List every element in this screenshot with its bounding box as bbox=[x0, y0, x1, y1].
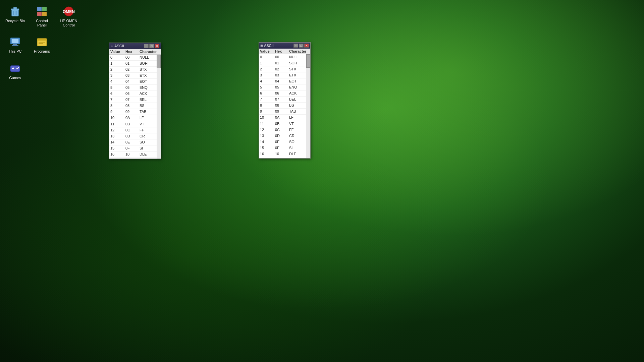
minimize-btn-1[interactable]: − bbox=[144, 44, 149, 48]
titlebar-2: ⊞ ASCII − □ ✕ bbox=[259, 43, 310, 49]
table-row[interactable]: 140ESO bbox=[259, 139, 310, 145]
svg-rect-18 bbox=[39, 42, 45, 43]
table-row[interactable]: 150FSI bbox=[109, 145, 161, 152]
table-body-2[interactable]: 000NULL101SOH202STX303ETX404EOT505ENQ606… bbox=[259, 54, 310, 158]
table-row[interactable]: 303ETX bbox=[109, 73, 161, 79]
table-row[interactable]: 808BS bbox=[109, 103, 161, 109]
svg-rect-7 bbox=[42, 7, 47, 11]
table-row[interactable]: 120CFF bbox=[109, 127, 161, 133]
table-header-1: Value Hex Character bbox=[109, 49, 161, 55]
games-icon bbox=[8, 62, 22, 75]
table-row[interactable]: 505ENQ bbox=[109, 85, 161, 91]
table-row[interactable]: 110BVT bbox=[259, 121, 310, 127]
titlebar-title-2: ASCII bbox=[264, 44, 274, 48]
hp-omen-label: HP OMEN Control bbox=[58, 19, 79, 27]
svg-rect-15 bbox=[12, 45, 18, 46]
table-row[interactable]: 101SOH bbox=[109, 61, 161, 67]
titlebar-left-1: ⊞ ASCII bbox=[111, 44, 124, 48]
table-row[interactable]: 100ALF bbox=[259, 115, 310, 121]
close-btn-1[interactable]: ✕ bbox=[155, 44, 159, 48]
window-content-2: Value Hex Character 000NULL101SOH202STX3… bbox=[259, 49, 310, 158]
col-scroll-2 bbox=[309, 49, 310, 53]
recycle-bin-label: Recycle Bin bbox=[5, 19, 25, 23]
scrollbar-thumb[interactable] bbox=[306, 54, 310, 68]
table-row[interactable]: 1711DC1 bbox=[109, 158, 161, 159]
desktop-icon-recycle-bin[interactable]: Recycle Bin bbox=[3, 3, 27, 29]
programs-label: Programs bbox=[34, 49, 50, 54]
titlebar-icon-1: ⊞ bbox=[111, 44, 113, 48]
ascii-window-1: ⊞ ASCII − □ ✕ Value Hex Character 000NUL… bbox=[109, 43, 161, 159]
table-row[interactable]: 202STX bbox=[259, 66, 310, 72]
table-row[interactable]: 110BVT bbox=[109, 121, 161, 127]
desktop-icon-hp-omen[interactable]: OMEN HP OMEN Control bbox=[57, 3, 80, 29]
table-row[interactable]: 120CFF bbox=[259, 127, 310, 133]
table-row[interactable]: 404EOT bbox=[259, 78, 310, 84]
col-value-2: Value bbox=[260, 49, 275, 53]
desktop-icon-this-pc[interactable]: This PC bbox=[3, 34, 27, 55]
col-char-2: Character bbox=[289, 49, 309, 53]
table-row[interactable]: 140ESO bbox=[109, 139, 161, 145]
table-body-1[interactable]: 000NULL101SOH202STX303ETX404EOT505ENQ606… bbox=[109, 55, 161, 159]
table-row[interactable]: 1711DC1 bbox=[259, 157, 310, 158]
table-row[interactable]: 000NULL bbox=[109, 55, 161, 61]
svg-rect-13 bbox=[12, 39, 18, 43]
this-pc-icon bbox=[8, 35, 22, 49]
recycle-bin-icon bbox=[8, 5, 22, 18]
col-value-1: Value bbox=[110, 50, 125, 54]
table-row[interactable]: 101SOH bbox=[259, 60, 310, 66]
hp-omen-icon: OMEN bbox=[62, 5, 75, 18]
table-row[interactable]: 909TAB bbox=[259, 109, 310, 115]
titlebar-icon-2: ⊞ bbox=[260, 44, 263, 47]
svg-point-23 bbox=[16, 68, 18, 69]
svg-rect-14 bbox=[13, 44, 17, 45]
desktop-icon-control-panel[interactable]: Control Panel bbox=[30, 3, 54, 29]
col-char-1: Character bbox=[140, 50, 160, 54]
games-label: Games bbox=[9, 76, 21, 80]
desktop-background bbox=[0, 0, 644, 362]
table-row[interactable]: 404EOT bbox=[109, 79, 161, 85]
window-content-1: Value Hex Character 000NULL101SOH202STX3… bbox=[109, 49, 161, 159]
table-row[interactable]: 707BEL bbox=[259, 97, 310, 103]
minimize-btn-2[interactable]: − bbox=[293, 44, 298, 48]
svg-text:OMEN: OMEN bbox=[63, 9, 75, 14]
table-row[interactable]: 150FSI bbox=[259, 145, 310, 151]
table-row[interactable]: 808BS bbox=[259, 103, 310, 109]
maximize-btn-1[interactable]: □ bbox=[149, 44, 154, 48]
programs-icon bbox=[35, 35, 49, 49]
col-hex-1: Hex bbox=[125, 50, 140, 54]
table-header-2: Value Hex Character bbox=[259, 49, 310, 54]
col-hex-2: Hex bbox=[275, 49, 289, 53]
this-pc-label: This PC bbox=[8, 49, 21, 54]
scrollbar-thumb[interactable] bbox=[157, 55, 161, 68]
table-row[interactable]: 707BEL bbox=[109, 97, 161, 103]
svg-rect-2 bbox=[13, 7, 17, 9]
svg-rect-9 bbox=[42, 12, 47, 16]
table-row[interactable]: 303ETX bbox=[259, 72, 310, 78]
svg-rect-22 bbox=[13, 67, 13, 69]
scrollbar-track[interactable] bbox=[157, 55, 161, 159]
scrollbar-track[interactable] bbox=[306, 54, 310, 158]
table-row[interactable]: 606ACK bbox=[109, 91, 161, 97]
table-row[interactable]: 130DCR bbox=[109, 133, 161, 139]
titlebar-title-1: ASCII bbox=[114, 44, 124, 48]
table-row[interactable]: 000NULL bbox=[259, 54, 310, 60]
table-row[interactable]: 606ACK bbox=[259, 90, 310, 97]
table-row[interactable]: 202STX bbox=[109, 67, 161, 73]
ascii-window-2: ⊞ ASCII − □ ✕ Value Hex Character 000NUL… bbox=[259, 42, 311, 159]
desktop-icon-programs[interactable]: Programs bbox=[30, 34, 54, 55]
desktop-icon-games[interactable]: Games bbox=[3, 60, 27, 81]
close-btn-2[interactable]: ✕ bbox=[304, 44, 309, 48]
control-panel-label: Control Panel bbox=[32, 19, 52, 27]
table-row[interactable]: 130DCR bbox=[259, 133, 310, 139]
svg-rect-8 bbox=[37, 12, 42, 16]
table-row[interactable]: 909TAB bbox=[109, 109, 161, 115]
desktop-icons: Recycle Bin Control Panel OMEN HP OMEN bbox=[0, 0, 84, 85]
maximize-btn-2[interactable]: □ bbox=[299, 44, 304, 48]
table-row[interactable]: 1610DLE bbox=[259, 151, 310, 157]
control-panel-icon bbox=[35, 5, 49, 18]
titlebar-left-2: ⊞ ASCII bbox=[260, 44, 274, 48]
svg-rect-19 bbox=[39, 43, 43, 44]
table-row[interactable]: 505ENQ bbox=[259, 84, 310, 90]
table-row[interactable]: 1610DLE bbox=[109, 152, 161, 158]
table-row[interactable]: 100ALF bbox=[109, 115, 161, 121]
